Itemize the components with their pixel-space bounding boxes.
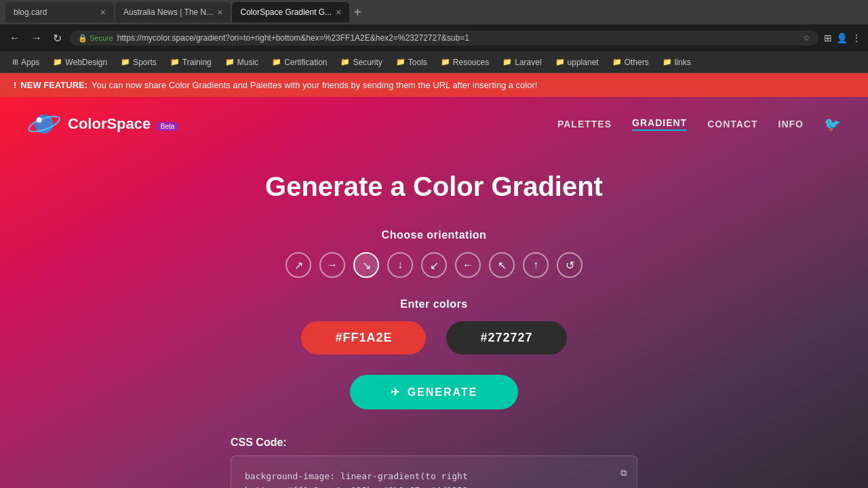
bookmark-tools-label: Tools	[408, 58, 427, 67]
color1-input[interactable]: #FF1A2E	[301, 321, 426, 354]
bookmark-certification[interactable]: 📁 Certification	[267, 56, 332, 68]
orient-top-right[interactable]: ↗	[285, 252, 311, 278]
bookmark-laravel-label: Laravel	[515, 58, 541, 67]
bookmark-others-label: Others	[625, 58, 649, 67]
page-content: ! NEW FEATURE: You can now share Color G…	[0, 73, 868, 488]
tab-2-label: Australia News | The N...	[123, 7, 213, 17]
secure-badge: 🔒 Secure	[78, 34, 113, 43]
colors-label: Enter colors	[301, 298, 566, 310]
css-code-label: CSS Code:	[231, 436, 637, 449]
bookmark-resouces[interactable]: 📁 Resouces	[435, 56, 494, 68]
bookmark-sports[interactable]: 📁 Sports	[115, 56, 162, 68]
notification-icon: !	[14, 80, 16, 90]
orientation-label: Choose orientation	[285, 229, 583, 241]
training-bookmark-icon: 📁	[170, 58, 180, 66]
beta-badge: Beta	[157, 122, 179, 131]
logo-text: ColorSpace	[68, 115, 151, 132]
bookmark-links[interactable]: 📁 links	[657, 56, 696, 68]
colors-section: Enter colors #FF1A2E #272727	[301, 298, 566, 354]
links-bookmark-icon: 📁	[663, 58, 672, 66]
resouces-bookmark-icon: 📁	[441, 58, 450, 66]
tab-1[interactable]: blog.card ×	[5, 2, 114, 22]
css-code-box: background-image: linear-gradient(to rig…	[231, 455, 637, 488]
page-title: Generate a Color Gradient	[265, 171, 603, 202]
orient-top-left[interactable]: ↖	[489, 252, 515, 278]
logo-text-area: ColorSpace Beta	[68, 115, 178, 133]
bookmark-links-label: links	[675, 58, 691, 67]
orientation-buttons: ↗ → ↘ ↓ ↙ ← ↖ ↑ ↺	[285, 252, 583, 278]
bookmark-training[interactable]: 📁 Training	[165, 56, 217, 68]
tab-3-close[interactable]: ×	[336, 7, 341, 18]
tab-2-close[interactable]: ×	[217, 7, 222, 18]
upplanet-bookmark-icon: 📁	[555, 58, 565, 66]
orient-left[interactable]: ←	[455, 252, 481, 278]
bookmark-security[interactable]: 📁 Security	[335, 56, 387, 68]
orient-bottom-right[interactable]: ↘	[353, 252, 379, 278]
orient-right[interactable]: →	[319, 252, 345, 278]
bookmark-laravel[interactable]: 📁 Laravel	[497, 56, 547, 68]
orient-radial[interactable]: ↺	[557, 252, 583, 278]
logo-area: ColorSpace Beta	[27, 110, 178, 138]
webdesign-bookmark-icon: 📁	[53, 58, 62, 66]
css-code-text[interactable]: background-image: linear-gradient(to rig…	[245, 470, 623, 488]
tab-3-label: ColorSpace Gradient G...	[240, 7, 332, 17]
orient-bottom[interactable]: ↓	[387, 252, 413, 278]
tab-2[interactable]: Australia News | The N... ×	[115, 2, 231, 22]
orient-bottom-left[interactable]: ↙	[421, 252, 447, 278]
secure-label: Secure	[90, 34, 113, 42]
bookmark-webdesign-label: WebDesign	[65, 58, 107, 67]
bookmark-upplanet-label: upplanet	[568, 58, 599, 67]
back-button[interactable]: ←	[7, 29, 23, 47]
nav-palettes[interactable]: PALETTES	[557, 119, 612, 129]
bookmark-security-label: Security	[353, 58, 382, 67]
forward-button[interactable]: →	[28, 29, 45, 47]
bookmark-music-label: Music	[237, 58, 258, 67]
tab-1-label: blog.card	[14, 7, 47, 17]
bookmark-others[interactable]: 📁 Others	[607, 56, 654, 68]
navigation-bar: ← → ↻ 🔒 Secure https://mycolor.space/gra…	[0, 24, 868, 52]
bookmark-tools[interactable]: 📁 Tools	[391, 56, 433, 68]
svg-point-2	[37, 117, 42, 123]
nav-info[interactable]: INFO	[778, 119, 804, 129]
nav-contact[interactable]: CONTACT	[707, 119, 757, 129]
notification-text: You can now share Color Gradients and Pa…	[92, 80, 537, 90]
profile-icon[interactable]: 👤	[836, 33, 848, 43]
site-header: ColorSpace Beta PALETTES GRADIENT CONTAC…	[0, 97, 868, 151]
color-inputs: #FF1A2E #272727	[301, 321, 566, 354]
extensions-icon[interactable]: ⊞	[824, 33, 832, 43]
generate-button[interactable]: ✈ GENERATE	[350, 375, 519, 409]
bookmark-webdesign[interactable]: 📁 WebDesign	[47, 56, 113, 68]
tab-1-close[interactable]: ×	[100, 7, 106, 18]
others-bookmark-icon: 📁	[612, 58, 622, 66]
bookmark-resouces-label: Resouces	[453, 58, 489, 67]
nav-gradient[interactable]: GRADIENT	[632, 117, 687, 131]
music-bookmark-icon: 📁	[225, 58, 235, 66]
settings-icon[interactable]: ⋮	[852, 33, 861, 43]
tab-3[interactable]: ColorSpace Gradient G... ×	[232, 2, 349, 22]
reload-button[interactable]: ↻	[50, 29, 64, 47]
generate-icon: ✈	[391, 386, 401, 399]
bookmarks-bar: ⊞ Apps 📁 WebDesign 📁 Sports 📁 Training 📁…	[0, 52, 868, 73]
apps-bookmark-icon: ⊞	[12, 58, 18, 66]
cert-bookmark-icon: 📁	[272, 58, 281, 66]
notification-banner: ! NEW FEATURE: You can now share Color G…	[0, 73, 868, 97]
site-navigation: PALETTES GRADIENT CONTACT INFO 🐦	[557, 116, 841, 132]
bookmark-star[interactable]: ☆	[803, 33, 810, 43]
tab-bar: blog.card × Australia News | The N... × …	[0, 0, 868, 24]
color2-input[interactable]: #272727	[446, 321, 566, 354]
site-logo-icon	[27, 110, 61, 138]
bookmark-apps[interactable]: ⊞ Apps	[7, 56, 45, 68]
copy-icon[interactable]: ⧉	[620, 466, 627, 481]
bookmark-upplanet[interactable]: 📁 upplanet	[550, 56, 604, 68]
bookmark-music[interactable]: 📁 Music	[220, 56, 264, 68]
orient-top[interactable]: ↑	[523, 252, 549, 278]
browser-nav-icons: ⊞ 👤 ⋮	[824, 33, 861, 43]
bookmark-apps-label: Apps	[21, 58, 39, 67]
tools-bookmark-icon: 📁	[396, 58, 406, 66]
new-tab-button[interactable]: +	[353, 5, 361, 20]
twitter-icon[interactable]: 🐦	[824, 116, 841, 132]
bookmark-sports-label: Sports	[133, 58, 157, 67]
address-bar[interactable]: 🔒 Secure https://mycolor.space/gradient?…	[70, 30, 818, 45]
bookmark-certification-label: Certification	[284, 58, 327, 67]
lock-icon: 🔒	[78, 34, 87, 43]
